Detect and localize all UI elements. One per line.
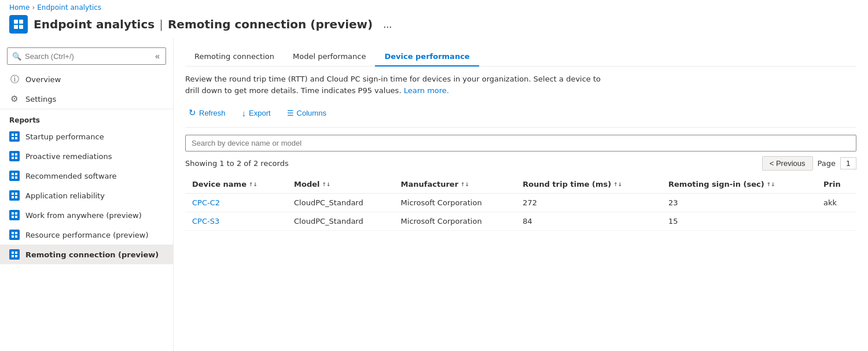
- cell-prin-1: [816, 212, 856, 231]
- table-container: Device name↑↓Model↑↓Manufacturer↑↓Round …: [185, 175, 856, 342]
- sidebar-item-proactive-remediations[interactable]: Proactive remediations: [0, 146, 173, 166]
- cell-prin-0: akk: [816, 194, 856, 212]
- col-header-model[interactable]: Model↑↓: [287, 175, 394, 194]
- sort-icon-remoting-sign-in: ↑↓: [767, 182, 775, 187]
- svg-rect-4: [12, 134, 14, 136]
- col-header-remoting-sign-in[interactable]: Remoting sign-in (sec)↑↓: [661, 175, 816, 194]
- tab-model-performance[interactable]: Model performance: [284, 47, 375, 66]
- title-separator: |: [159, 17, 163, 31]
- svg-rect-18: [12, 196, 14, 198]
- svg-rect-12: [12, 173, 14, 175]
- svg-rect-2: [14, 25, 18, 29]
- svg-rect-3: [19, 25, 23, 29]
- col-header-manufacturer[interactable]: Manufacturer↑↓: [394, 175, 516, 194]
- sidebar: 🔍 « ⓘ Overview ⚙ Settings Reports Startu…: [0, 38, 174, 351]
- svg-rect-23: [15, 216, 17, 218]
- refresh-button[interactable]: ↻ Refresh: [185, 105, 229, 120]
- svg-rect-22: [12, 216, 14, 218]
- device-link-1[interactable]: CPC-S3: [192, 217, 219, 226]
- settings-label: Settings: [25, 95, 56, 104]
- report-label-startup-performance: Startup performance: [25, 132, 104, 141]
- svg-rect-29: [15, 252, 17, 254]
- pagination: < Previous Page 1: [762, 156, 856, 171]
- breadcrumb-section[interactable]: Endpoint analytics: [37, 3, 101, 12]
- sort-icon-manufacturer: ↑↓: [461, 182, 469, 187]
- svg-rect-28: [12, 252, 14, 254]
- sidebar-item-overview[interactable]: ⓘ Overview: [0, 69, 173, 89]
- app-icon: [9, 15, 28, 34]
- sidebar-item-work-from-anywhere[interactable]: Work from anywhere (preview): [0, 205, 173, 225]
- report-icon-startup-performance: [9, 131, 20, 142]
- page-title-row: Endpoint analytics | Remoting connection…: [0, 12, 868, 38]
- refresh-icon: ↻: [189, 108, 196, 118]
- export-icon: ↓: [242, 108, 247, 118]
- export-button[interactable]: ↓ Export: [238, 106, 274, 120]
- breadcrumb-home[interactable]: Home: [9, 3, 30, 12]
- col-header-device-name[interactable]: Device name↑↓: [185, 175, 287, 194]
- report-icon-remoting-connection: [9, 249, 20, 260]
- svg-rect-1: [19, 20, 23, 24]
- page-number: 1: [840, 157, 856, 169]
- svg-rect-0: [14, 20, 18, 24]
- cell-device-name-1[interactable]: CPC-S3: [185, 212, 287, 231]
- svg-rect-16: [12, 193, 14, 195]
- tabs-container: Remoting connectionModel performanceDevi…: [185, 47, 856, 66]
- sort-icon-model: ↑↓: [322, 182, 330, 187]
- divider: [185, 127, 856, 128]
- tab-remoting-connection[interactable]: Remoting connection: [185, 47, 284, 66]
- ellipsis-button[interactable]: ...: [380, 17, 395, 32]
- cell-round-trip-time-1: 84: [516, 212, 661, 231]
- page-label: Page: [818, 159, 836, 168]
- description-text: Review the round trip time (RTT) and Clo…: [185, 75, 601, 95]
- svg-rect-13: [15, 173, 17, 175]
- collapse-button[interactable]: «: [154, 50, 161, 62]
- app-title: Endpoint analytics: [34, 17, 155, 31]
- records-text: Showing 1 to 2 of 2 records: [185, 159, 289, 168]
- svg-rect-25: [15, 232, 17, 234]
- svg-rect-17: [15, 193, 17, 195]
- columns-button[interactable]: ☰ Columns: [284, 106, 330, 120]
- learn-more-link[interactable]: Learn more.: [404, 86, 449, 95]
- svg-rect-11: [15, 157, 17, 159]
- svg-rect-5: [15, 134, 17, 136]
- cell-remoting-sign-in-0: 23: [661, 194, 816, 212]
- svg-rect-7: [15, 137, 17, 139]
- svg-rect-19: [15, 196, 17, 198]
- cell-device-name-0[interactable]: CPC-C2: [185, 194, 287, 212]
- overview-label: Overview: [25, 75, 61, 84]
- device-search-input[interactable]: [185, 135, 856, 152]
- page-subtitle: Remoting connection (preview): [168, 17, 373, 31]
- report-label-work-from-anywhere: Work from anywhere (preview): [25, 211, 142, 220]
- report-icon-application-reliability: [9, 190, 20, 201]
- sidebar-item-startup-performance[interactable]: Startup performance: [0, 127, 173, 146]
- col-header-round-trip-time[interactable]: Round trip time (ms)↑↓: [516, 175, 661, 194]
- info-icon: ⓘ: [9, 74, 20, 84]
- sidebar-item-remoting-connection[interactable]: Remoting connection (preview): [0, 245, 173, 264]
- sort-icon-round-trip-time: ↑↓: [613, 182, 622, 187]
- sidebar-item-recommended-software[interactable]: Recommended software: [0, 166, 173, 186]
- description: Review the round trip time (RTT) and Clo…: [185, 73, 613, 96]
- records-info-row: Showing 1 to 2 of 2 records < Previous P…: [185, 156, 856, 171]
- previous-button[interactable]: < Previous: [762, 156, 813, 171]
- svg-rect-24: [12, 232, 14, 234]
- svg-rect-20: [12, 212, 14, 215]
- sidebar-item-settings[interactable]: ⚙ Settings: [0, 89, 173, 109]
- cell-manufacturer-1: Microsoft Corporation: [394, 212, 516, 231]
- device-table: Device name↑↓Model↑↓Manufacturer↑↓Round …: [185, 175, 856, 231]
- search-box-container: 🔍 «: [7, 47, 166, 65]
- report-label-resource-performance: Resource performance (preview): [25, 231, 149, 239]
- report-label-application-reliability: Application reliability: [25, 191, 105, 200]
- svg-rect-31: [15, 255, 17, 257]
- svg-rect-14: [12, 176, 14, 179]
- search-input[interactable]: [25, 52, 148, 61]
- columns-icon: ☰: [287, 109, 294, 117]
- device-link-0[interactable]: CPC-C2: [192, 198, 220, 207]
- report-icon-work-from-anywhere: [9, 210, 20, 220]
- gear-icon: ⚙: [9, 94, 20, 104]
- svg-rect-27: [15, 235, 17, 238]
- sidebar-item-resource-performance[interactable]: Resource performance (preview): [0, 225, 173, 245]
- cell-model-0: CloudPC_Standard: [287, 194, 394, 212]
- sidebar-item-application-reliability[interactable]: Application reliability: [0, 186, 173, 205]
- svg-rect-10: [12, 157, 14, 159]
- tab-device-performance[interactable]: Device performance: [375, 47, 479, 66]
